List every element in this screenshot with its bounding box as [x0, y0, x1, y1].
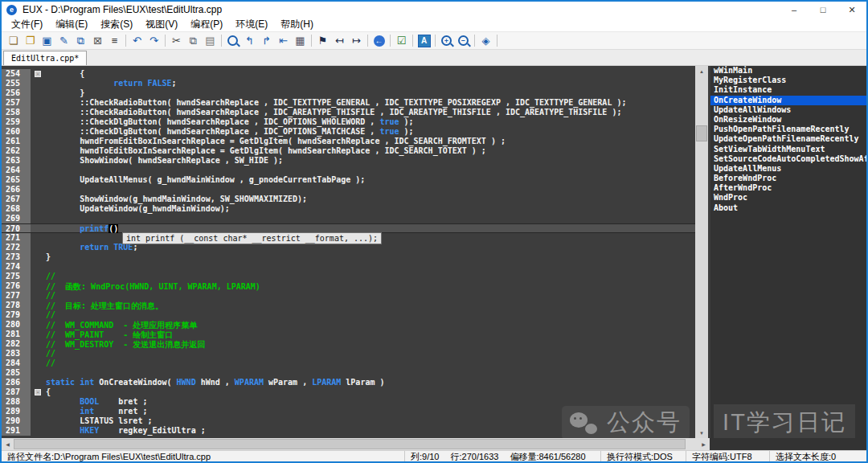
fold-margin[interactable]	[31, 137, 46, 146]
line-number[interactable]: 290	[2, 416, 31, 426]
fold-margin[interactable]	[31, 243, 46, 252]
code-row-278[interactable]: 278// 目标: 处理主窗口的消息。	[2, 301, 695, 310]
zoom-in-icon[interactable]: +	[438, 34, 455, 48]
function-list-item-OnResizeWindow[interactable]: OnResizeWindow	[710, 115, 866, 125]
editor-vertical-scrollbar[interactable]: ▲ ▼	[695, 66, 708, 438]
fold-margin[interactable]	[31, 204, 46, 214]
code-row-282[interactable]: 282// WM_DESTROY - 发送退出消息并返回	[2, 339, 695, 349]
back-icon[interactable]: ←	[371, 34, 387, 48]
code-row-283[interactable]: 283//	[2, 349, 695, 359]
code-row-264[interactable]: 264	[2, 166, 695, 175]
code-row-285[interactable]: 285	[2, 368, 695, 378]
line-number[interactable]: 271	[2, 233, 31, 243]
line-number[interactable]: 254	[2, 69, 31, 79]
line-number[interactable]: 276	[2, 281, 31, 291]
code-row-260[interactable]: 260 ::CheckDlgButton( hwndSearchReplace …	[2, 127, 695, 137]
function-list-item-UpdateAllWindows[interactable]: UpdateAllWindows	[710, 105, 866, 115]
fold-margin[interactable]	[31, 117, 46, 127]
app-icon[interactable]: e	[6, 5, 17, 15]
fold-margin[interactable]	[31, 185, 46, 195]
scroll-up-arrow-icon[interactable]: ▲	[695, 66, 708, 76]
function-list-item-SetViewTabWidthMenuText[interactable]: SetViewTabWidthMenuText	[710, 145, 866, 154]
line-number[interactable]: 289	[2, 407, 31, 416]
zoom-out-icon[interactable]: −	[455, 34, 472, 48]
code-row-279[interactable]: 279//	[2, 310, 695, 320]
new-file-icon[interactable]: ❏	[5, 34, 22, 48]
prev-bookmark-icon[interactable]: ↤	[331, 34, 348, 48]
code-row-286[interactable]: 286static int OnCreateWindow( HWND hWnd …	[2, 378, 695, 387]
line-number[interactable]: 263	[2, 156, 31, 166]
line-number[interactable]: 285	[2, 368, 31, 378]
line-number[interactable]: 261	[2, 137, 31, 146]
menu-item-3[interactable]: 视图(V)	[139, 18, 184, 31]
line-number[interactable]: 275	[2, 272, 31, 281]
maximize-button[interactable]: □	[809, 2, 837, 18]
code-row-284[interactable]: 284//	[2, 359, 695, 368]
fold-margin[interactable]	[31, 407, 46, 416]
fold-margin[interactable]	[31, 262, 46, 272]
code-row-274[interactable]: 274	[2, 262, 695, 272]
line-number[interactable]: 269	[2, 214, 31, 223]
line-number[interactable]: 286	[2, 378, 31, 387]
undo-icon[interactable]: ↶	[129, 34, 145, 48]
fold-margin[interactable]	[31, 426, 46, 436]
code-row-265[interactable]: 265 UpdateAllMenus( g_hwndMainWindow , g…	[2, 175, 695, 185]
line-number[interactable]: 255	[2, 79, 31, 88]
fold-margin[interactable]	[31, 330, 46, 339]
fold-margin[interactable]: -	[31, 69, 46, 79]
fold-margin[interactable]	[31, 98, 46, 108]
line-number[interactable]: 262	[2, 146, 31, 156]
fold-marker-icon[interactable]: -	[35, 71, 41, 77]
save-all-icon[interactable]: ⧉	[72, 34, 89, 48]
fold-marker-icon[interactable]: -	[35, 389, 41, 395]
fold-margin[interactable]	[31, 146, 46, 156]
line-number[interactable]: 279	[2, 310, 31, 320]
fold-margin[interactable]	[31, 397, 46, 407]
tab-editultra-cpp[interactable]: EditUltra.cpp*	[3, 51, 87, 65]
function-list-item-SetSourceCodeAutoCompletedShowAf[interactable]: SetSourceCodeAutoCompletedShowAf	[710, 154, 866, 164]
fold-margin[interactable]	[31, 291, 46, 301]
file-list-icon[interactable]: ≡	[106, 34, 123, 48]
fold-margin[interactable]	[31, 349, 46, 359]
fold-margin[interactable]	[31, 195, 46, 204]
line-number[interactable]: 268	[2, 204, 31, 214]
editor-horizontal-scrollbar[interactable]: ◀ ▶	[2, 438, 710, 450]
line-number[interactable]: 283	[2, 349, 31, 359]
export-highlight-icon[interactable]: A	[416, 34, 432, 48]
close-file-icon[interactable]: ⊠	[89, 34, 106, 48]
horizontal-scroll-thumb[interactable]	[14, 439, 686, 449]
line-number[interactable]: 277	[2, 291, 31, 301]
scroll-down-arrow-icon[interactable]: ▼	[695, 428, 708, 438]
code-row-254[interactable]: 254- {	[2, 69, 695, 79]
function-list-item-BeforeWndProc[interactable]: BeforeWndProc	[710, 174, 866, 183]
next-bookmark-icon[interactable]: ↦	[348, 34, 365, 48]
line-number[interactable]: 266	[2, 185, 31, 195]
code-row-269[interactable]: 269	[2, 214, 695, 223]
minimize-button[interactable]: –	[780, 2, 809, 18]
fold-margin[interactable]	[31, 320, 46, 330]
fold-margin[interactable]	[31, 281, 46, 291]
fold-margin[interactable]	[31, 310, 46, 320]
line-number[interactable]: 267	[2, 195, 31, 204]
menu-item-0[interactable]: 文件(F)	[5, 18, 49, 31]
function-list-item-UpdateOpenPathFilenameRecently[interactable]: UpdateOpenPathFilenameRecently	[710, 134, 866, 144]
code-row-255[interactable]: 255 return FALSE;	[2, 79, 695, 88]
fold-margin[interactable]	[31, 156, 46, 166]
menu-item-6[interactable]: 帮助(H)	[274, 18, 320, 31]
code-row-277[interactable]: 277//	[2, 291, 695, 301]
line-number[interactable]: 259	[2, 117, 31, 127]
syntax-check-icon[interactable]: ☑	[393, 34, 410, 48]
code-row-266[interactable]: 266	[2, 185, 695, 195]
line-number[interactable]: 264	[2, 166, 31, 175]
open-file-icon[interactable]: ❐	[22, 34, 39, 48]
code-row-256[interactable]: 256 }	[2, 88, 695, 98]
line-number[interactable]: 287	[2, 387, 31, 397]
code-row-261[interactable]: 261 hwndFromEditBoxInSearchReplace = Get…	[2, 137, 695, 146]
code-editor[interactable]: 254- {255 return FALSE;256 }257 ::CheckR…	[2, 66, 695, 438]
line-number[interactable]: 281	[2, 330, 31, 339]
fold-margin[interactable]	[31, 233, 46, 243]
line-number[interactable]: 278	[2, 301, 31, 310]
fold-margin[interactable]	[31, 359, 46, 368]
menu-item-4[interactable]: 编程(P)	[184, 18, 229, 31]
code-row-257[interactable]: 257 ::CheckRadioButton( hwndSearchReplac…	[2, 98, 695, 108]
